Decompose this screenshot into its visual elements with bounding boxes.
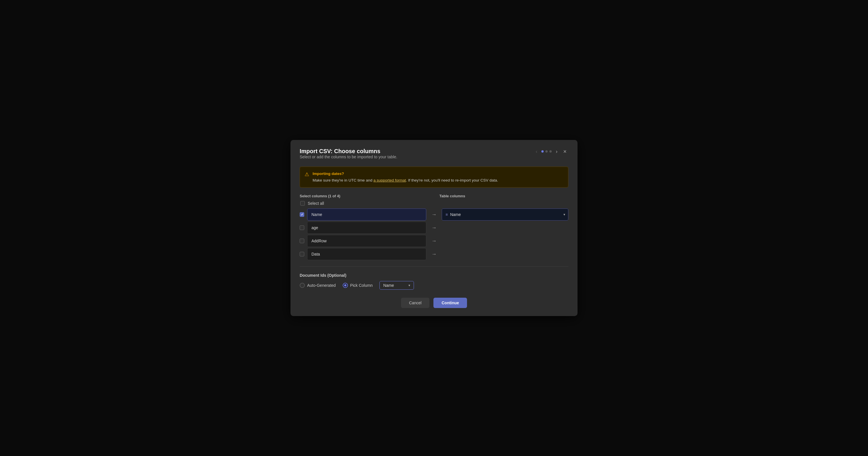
nav-next-button[interactable]: › (554, 148, 559, 155)
arrow-name: → (430, 208, 438, 221)
warning-link[interactable]: a supported format (373, 178, 406, 183)
table-col-row-data (442, 248, 568, 260)
select-all-label: Select all (308, 201, 324, 206)
checkbox-data[interactable] (300, 252, 304, 256)
top-right-nav: ‹ › × (534, 148, 568, 155)
radio-pick-column-indicator (343, 283, 348, 288)
arrow-addrow: → (430, 235, 438, 247)
modal-subtitle: Select or add the columns to be imported… (300, 155, 397, 159)
col-cell-age: age (307, 222, 426, 234)
modal-overlay: Import CSV: Choose columns Select or add… (0, 0, 868, 456)
col-addrow-text: AddRow (311, 239, 327, 243)
arrow-data: → (430, 248, 438, 260)
continue-button[interactable]: Continue (433, 298, 467, 308)
column-row-name: Name (300, 208, 426, 221)
warning-text-before: Make sure they're in UTC time and (313, 178, 373, 183)
right-section-header: Table columns (439, 194, 568, 198)
left-columns: Name age AddRow (300, 208, 426, 260)
table-col-chevron-name: ▾ (563, 213, 565, 217)
column-row-addrow: AddRow (300, 235, 426, 247)
radio-pick-column-label: Pick Column (350, 283, 373, 288)
col-cell-data: Data (307, 248, 426, 260)
nav-prev-button[interactable]: ‹ (534, 148, 539, 155)
divider (300, 266, 568, 267)
table-col-select-name[interactable]: ≡ Name ▾ (442, 208, 568, 221)
select-all-checkbox[interactable] (300, 201, 305, 206)
col-age-text: age (311, 225, 318, 230)
column-row-data: Data (300, 248, 426, 260)
left-section-header: Select columns (1 of 4) (300, 194, 424, 198)
nav-dot-2 (546, 150, 548, 153)
modal-header: Import CSV: Choose columns Select or add… (300, 148, 568, 164)
warning-box: ⚠ Importing dates? Make sure they're in … (300, 167, 568, 188)
checkbox-name[interactable] (300, 212, 304, 217)
doc-ids-section: Document Ids (Optional) Auto-Generated P… (300, 273, 568, 290)
col-name-text: Name (311, 212, 322, 217)
arrow-spacer (424, 194, 439, 198)
col-data-text: Data (311, 252, 320, 256)
radio-pick-column[interactable]: Pick Column (343, 283, 373, 288)
warning-text: Importing dates? Make sure they're in UT… (313, 171, 498, 184)
pick-column-dropdown[interactable]: Name ▾ (379, 281, 414, 290)
nav-dots (541, 150, 552, 153)
arrow-age: → (430, 222, 438, 234)
table-col-text-name: Name (450, 212, 561, 217)
checkbox-addrow[interactable] (300, 239, 304, 243)
col-cell-addrow: AddRow (307, 235, 426, 247)
warning-title: Importing dates? (313, 171, 498, 177)
modal-title: Import CSV: Choose columns (300, 148, 397, 155)
radio-auto-generated-indicator (300, 283, 305, 288)
import-csv-modal: Import CSV: Choose columns Select or add… (290, 140, 578, 316)
nav-dot-1 (541, 150, 544, 153)
warning-icon: ⚠ (305, 171, 309, 177)
warning-text-after: . If they're not, you'll need to re-impo… (406, 178, 498, 183)
right-columns: ≡ Name ▾ (442, 208, 568, 260)
doc-ids-title: Document Ids (Optional) (300, 273, 568, 278)
close-button[interactable]: × (561, 148, 568, 155)
columns-grid: Name age AddRow (300, 208, 568, 260)
cancel-button[interactable]: Cancel (401, 298, 430, 308)
select-all-row[interactable]: Select all (300, 201, 568, 206)
doc-ids-options: Auto-Generated Pick Column Name ▾ (300, 281, 568, 290)
arrows-column: → → → → (426, 208, 442, 260)
table-col-row-addrow (442, 235, 568, 247)
radio-auto-generated[interactable]: Auto-Generated (300, 283, 336, 288)
table-col-row-name: ≡ Name ▾ (442, 208, 568, 221)
table-col-row-age (442, 222, 568, 234)
nav-dot-3 (549, 150, 552, 153)
section-headers: Select columns (1 of 4) Table columns (300, 194, 568, 198)
pick-column-chevron-icon: ▾ (408, 283, 410, 287)
column-row-age: age (300, 222, 426, 234)
pick-column-select-text: Name (383, 283, 406, 288)
modal-footer: Cancel Continue (300, 298, 568, 308)
table-col-icon-name: ≡ (445, 212, 448, 217)
checkbox-age[interactable] (300, 225, 304, 230)
col-cell-name: Name (307, 208, 426, 221)
radio-auto-generated-label: Auto-Generated (307, 283, 336, 288)
